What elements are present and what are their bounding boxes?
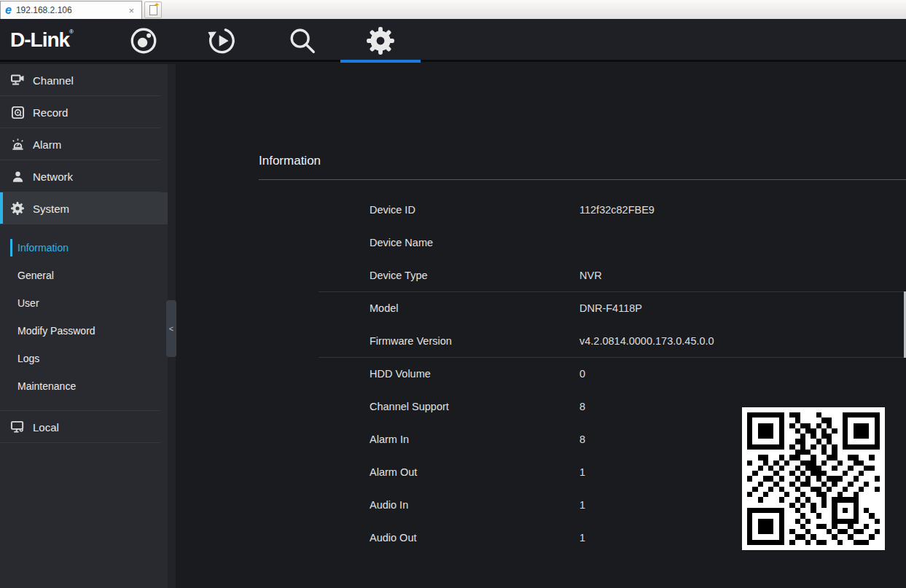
title-divider	[259, 179, 906, 180]
info-label: Device Type	[370, 270, 428, 281]
record-icon	[9, 106, 26, 119]
ie-favicon: e	[5, 4, 12, 16]
info-value: 8	[579, 434, 585, 445]
section-divider-bottom	[319, 357, 906, 358]
nav-tab-playback[interactable]	[182, 19, 262, 62]
info-value: 112f32c82FBE9	[579, 204, 655, 216]
info-label: HDD Volume	[370, 368, 431, 380]
info-value: 8	[579, 401, 585, 412]
sidebar-item-alarm[interactable]: Alarm	[0, 128, 168, 160]
info-row-hdd-volume: HDD Volume 0	[0, 357, 906, 390]
sidebar-item-label: Network	[33, 170, 73, 183]
sidebar-item-label: Record	[33, 106, 68, 119]
nav-tab-search[interactable]	[262, 19, 343, 62]
sidebar-item-label: Channel	[33, 74, 74, 87]
info-value: 0	[579, 368, 585, 380]
info-label: Firmware Version	[370, 335, 452, 347]
nav-tab-live[interactable]	[104, 19, 184, 62]
network-icon	[9, 170, 26, 184]
sidebar-item-record[interactable]: Record	[0, 96, 168, 128]
sidebar-item-label: Alarm	[33, 138, 61, 151]
info-row-firmware: Firmware Version v4.2.0814.0000.173.0.45…	[0, 324, 906, 357]
info-label: Device ID	[370, 204, 415, 216]
info-label: Audio Out	[370, 532, 417, 544]
info-value: 1	[579, 532, 585, 544]
dlink-logo: D-Link®	[10, 28, 74, 52]
info-value: 1	[579, 466, 585, 478]
info-value: v4.2.0814.0000.173.0.45.0.0	[579, 335, 714, 347]
tab-close-icon[interactable]: ×	[125, 6, 137, 15]
new-tab-star-icon: ✦	[154, 1, 160, 9]
info-label: Alarm In	[370, 434, 409, 445]
page-title: Information	[259, 154, 321, 168]
browser-tab[interactable]: e 192.168.2.106 ×	[0, 1, 142, 19]
info-label: Model	[370, 302, 399, 314]
section-divider-top	[319, 291, 906, 292]
info-value: DNR-F4118P	[579, 302, 642, 314]
app-header: D-Link®	[0, 19, 906, 62]
info-value: 1	[579, 499, 585, 511]
new-tab-button[interactable]: ✦	[144, 1, 162, 18]
search-icon	[287, 26, 318, 56]
info-label: Alarm Out	[370, 466, 417, 478]
info-row-model: Model DNR-F4118P	[0, 291, 906, 324]
info-value: NVR	[579, 270, 602, 281]
nav-tab-settings[interactable]	[340, 19, 421, 62]
playback-icon	[207, 26, 238, 56]
browser-tab-strip: e 192.168.2.106 × ✦	[0, 0, 906, 19]
alarm-icon	[9, 138, 26, 152]
channel-icon	[9, 73, 26, 87]
info-label: Device Name	[370, 237, 433, 248]
info-row-device-id: Device ID 112f32c82FBE9	[0, 193, 906, 226]
browser-tab-title: 192.168.2.106	[16, 5, 126, 15]
new-tab-page-icon: ✦	[149, 5, 157, 15]
live-view-icon	[128, 26, 159, 56]
settings-icon	[365, 26, 396, 56]
sidebar-item-network[interactable]: Network	[0, 160, 168, 192]
info-row-device-type: Device Type NVR	[0, 259, 906, 291]
info-label: Audio In	[370, 499, 408, 511]
sidebar-item-channel[interactable]: Channel	[0, 64, 168, 96]
nvr-web-ui: e 192.168.2.106 × ✦ D-Link®	[0, 0, 906, 588]
info-row-device-name: Device Name	[0, 226, 906, 259]
qr-code	[742, 407, 885, 550]
info-label: Channel Support	[370, 401, 449, 412]
